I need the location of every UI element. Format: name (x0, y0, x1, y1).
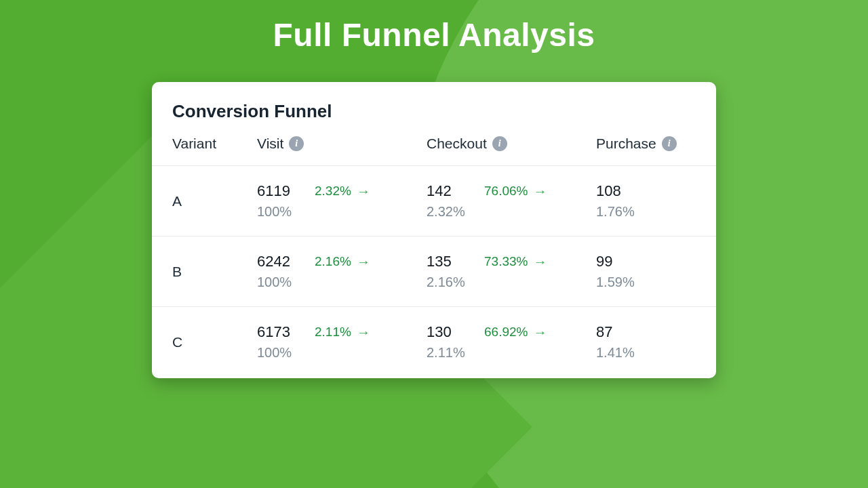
variant-label: B (172, 264, 257, 280)
checkout-to-purchase-rate: 76.06% → (484, 182, 596, 199)
visit-pct: 100% (257, 345, 315, 361)
funnel-card: Conversion Funnel Variant Visit i Checko… (152, 82, 716, 378)
visit-cell: 6119 100% (257, 182, 315, 220)
visit-to-checkout-rate: 2.16% → (315, 253, 427, 269)
checkout-count: 130 (427, 323, 484, 341)
col-variant: Variant (172, 136, 257, 152)
arrow-right-icon: → (357, 325, 370, 339)
checkout-pct: 2.32% (427, 204, 484, 220)
page-background: Full Funnel Analysis Conversion Funnel V… (0, 0, 868, 488)
visit-pct: 100% (257, 204, 315, 220)
purchase-cell: 87 1.41% (596, 323, 696, 361)
variant-label: A (172, 193, 257, 209)
page-title: Full Funnel Analysis (0, 0, 868, 54)
checkout-pct: 2.16% (427, 274, 484, 290)
variant-label: C (172, 334, 257, 350)
arrow-right-icon: → (533, 184, 547, 198)
purchase-pct: 1.41% (596, 345, 696, 361)
rate-value: 2.11% (315, 325, 351, 340)
checkout-cell: 142 2.32% (427, 182, 484, 220)
info-icon[interactable]: i (492, 136, 507, 151)
rate-value: 66.92% (484, 325, 528, 340)
rate-value: 76.06% (484, 184, 528, 199)
purchase-pct: 1.59% (596, 274, 696, 290)
visit-count: 6242 (257, 253, 315, 270)
purchase-cell: 108 1.76% (596, 182, 696, 220)
table-row: B 6242 100% 2.16% → 135 2.16% 73.33% → 9… (152, 237, 716, 307)
checkout-to-purchase-rate: 73.33% → (484, 253, 596, 269)
visit-count: 6119 (257, 182, 315, 200)
visit-count: 6173 (257, 323, 315, 341)
table-header-row: Variant Visit i Checkout i Purchase i (152, 136, 716, 166)
arrow-right-icon: → (357, 255, 370, 268)
checkout-cell: 130 2.11% (427, 323, 484, 361)
purchase-cell: 99 1.59% (596, 253, 696, 290)
card-title: Conversion Funnel (152, 101, 716, 136)
purchase-count: 87 (596, 323, 696, 341)
purchase-count: 108 (596, 182, 696, 200)
arrow-right-icon: → (533, 325, 547, 339)
visit-to-checkout-rate: 2.32% → (315, 182, 427, 199)
col-checkout-label: Checkout (427, 136, 487, 152)
rate-value: 73.33% (484, 254, 528, 269)
purchase-count: 99 (596, 253, 696, 270)
visit-cell: 6173 100% (257, 323, 315, 361)
visit-cell: 6242 100% (257, 253, 315, 290)
purchase-pct: 1.76% (596, 204, 696, 220)
visit-to-checkout-rate: 2.11% → (315, 323, 427, 340)
table-row: C 6173 100% 2.11% → 130 2.11% 66.92% → 8… (152, 307, 716, 378)
checkout-pct: 2.11% (427, 345, 484, 361)
checkout-to-purchase-rate: 66.92% → (484, 323, 596, 340)
col-visit: Visit i (257, 136, 427, 152)
col-variant-label: Variant (172, 136, 216, 152)
col-purchase-label: Purchase (596, 136, 656, 152)
col-visit-label: Visit (257, 136, 283, 152)
table-row: A 6119 100% 2.32% → 142 2.32% 76.06% → 1… (152, 166, 716, 237)
arrow-right-icon: → (533, 255, 547, 268)
checkout-cell: 135 2.16% (427, 253, 484, 290)
checkout-count: 142 (427, 182, 484, 200)
arrow-right-icon: → (357, 184, 370, 198)
rate-value: 2.16% (315, 254, 351, 269)
info-icon[interactable]: i (662, 136, 677, 151)
checkout-count: 135 (427, 253, 484, 270)
info-icon[interactable]: i (289, 136, 304, 151)
rate-value: 2.32% (315, 184, 351, 199)
col-checkout: Checkout i (427, 136, 596, 152)
visit-pct: 100% (257, 274, 315, 290)
col-purchase: Purchase i (596, 136, 696, 152)
